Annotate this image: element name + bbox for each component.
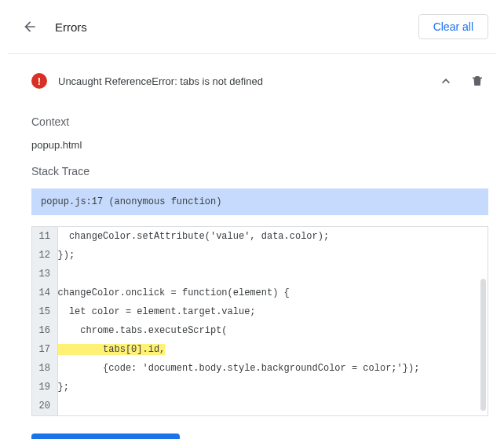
error-row: ! Uncaught ReferenceError: tabs is not d… bbox=[31, 54, 488, 106]
line-number: 11 bbox=[32, 227, 57, 246]
back-arrow-icon[interactable] bbox=[22, 19, 38, 35]
context-value: popup.html bbox=[31, 139, 488, 151]
error-message: Uncaught ReferenceError: tabs is not def… bbox=[58, 75, 435, 87]
code-text: }); bbox=[57, 246, 488, 265]
trash-icon[interactable] bbox=[466, 70, 488, 92]
code-text: let color = element.target.value; bbox=[57, 302, 488, 321]
highlighted-code: tabs[0].id, bbox=[58, 344, 166, 355]
stack-trace-label: Stack Trace bbox=[31, 165, 488, 177]
code-text: {code: 'document.body.style.backgroundCo… bbox=[57, 359, 488, 378]
code-line: 17 tabs[0].id, bbox=[32, 340, 488, 359]
code-line: 16 chrome.tabs.executeScript( bbox=[32, 321, 488, 340]
code-text: chrome.tabs.executeScript( bbox=[57, 321, 488, 340]
clear-all-button[interactable]: Clear all bbox=[418, 14, 488, 39]
code-line: 18 {code: 'document.body.style.backgroun… bbox=[32, 359, 488, 378]
code-text: changeColor.setAttribute('value', data.c… bbox=[57, 227, 488, 246]
context-label: Context bbox=[31, 115, 488, 128]
code-line: 14changeColor.onclick = function(element… bbox=[32, 284, 488, 302]
code-text: }; bbox=[57, 378, 488, 397]
line-number: 19 bbox=[32, 378, 57, 397]
stack-trace-line[interactable]: popup.js:17 (anonymous function) bbox=[31, 188, 488, 215]
code-table: 11 changeColor.setAttribute('value', dat… bbox=[32, 227, 488, 415]
line-number: 18 bbox=[32, 359, 57, 378]
code-line: 13 bbox=[32, 265, 488, 284]
code-text: tabs[0].id, bbox=[57, 340, 488, 359]
line-number: 13 bbox=[32, 265, 57, 284]
line-number: 15 bbox=[32, 302, 57, 321]
code-line: 15 let color = element.target.value; bbox=[32, 302, 488, 321]
code-text bbox=[57, 397, 488, 415]
code-text bbox=[57, 265, 488, 284]
line-number: 17 bbox=[32, 340, 57, 359]
code-line: 11 changeColor.setAttribute('value', dat… bbox=[32, 227, 488, 246]
line-number: 14 bbox=[32, 284, 57, 302]
content-area: ! Uncaught ReferenceError: tabs is not d… bbox=[0, 54, 504, 439]
scrollbar-thumb[interactable] bbox=[480, 279, 486, 411]
code-line: 19}; bbox=[32, 378, 488, 397]
code-line: 12}); bbox=[32, 246, 488, 265]
chevron-up-icon[interactable] bbox=[435, 70, 457, 92]
page-title: Errors bbox=[55, 20, 418, 34]
view-dev-tools-button[interactable]: View in Developer Tools bbox=[31, 434, 180, 439]
line-number: 12 bbox=[32, 246, 57, 265]
code-line: 20 bbox=[32, 397, 488, 415]
code-text: changeColor.onclick = function(element) … bbox=[57, 284, 488, 302]
code-snippet: 11 changeColor.setAttribute('value', dat… bbox=[31, 226, 488, 416]
header-bar: Errors Clear all bbox=[0, 0, 504, 53]
line-number: 20 bbox=[32, 397, 57, 415]
line-number: 16 bbox=[32, 321, 57, 340]
error-icon: ! bbox=[31, 73, 47, 89]
